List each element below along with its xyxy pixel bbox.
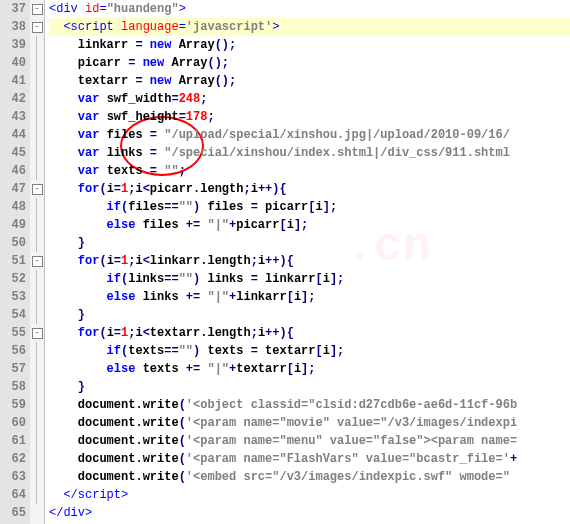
fold-cell [30, 234, 44, 252]
code-editor: 3738394041424344454647484950515253545556… [0, 0, 570, 524]
fold-cell[interactable]: - [30, 0, 44, 18]
code-line[interactable]: document.write('<param name="FlashVars" … [49, 450, 570, 468]
code-line[interactable]: } [49, 234, 570, 252]
line-number: 45 [0, 144, 26, 162]
line-number: 46 [0, 162, 26, 180]
fold-minus-icon[interactable]: - [32, 184, 43, 195]
fold-cell [30, 432, 44, 450]
line-number: 57 [0, 360, 26, 378]
code-line[interactable]: linkarr = new Array(); [49, 36, 570, 54]
line-number: 47 [0, 180, 26, 198]
fold-cell [30, 54, 44, 72]
line-number: 38 [0, 18, 26, 36]
line-number: 64 [0, 486, 26, 504]
code-line[interactable]: document.write('<embed src="/v3/images/i… [49, 468, 570, 486]
line-number: 37 [0, 0, 26, 18]
fold-cell [30, 486, 44, 504]
fold-minus-icon[interactable]: - [32, 256, 43, 267]
code-line[interactable]: picarr = new Array(); [49, 54, 570, 72]
line-number: 53 [0, 288, 26, 306]
fold-cell [30, 36, 44, 54]
code-line[interactable]: else files += "|"+picarr[i]; [49, 216, 570, 234]
fold-cell [30, 450, 44, 468]
code-line[interactable]: var files = "/upload/special/xinshou.jpg… [49, 126, 570, 144]
code-line[interactable]: if(files=="") files = picarr[i]; [49, 198, 570, 216]
fold-cell [30, 270, 44, 288]
fold-cell [30, 198, 44, 216]
line-number: 55 [0, 324, 26, 342]
fold-minus-icon[interactable]: - [32, 328, 43, 339]
fold-cell[interactable]: - [30, 252, 44, 270]
code-line[interactable]: var texts = ""; [49, 162, 570, 180]
fold-cell [30, 108, 44, 126]
code-line[interactable]: } [49, 378, 570, 396]
line-number: 54 [0, 306, 26, 324]
code-line[interactable]: var links = "/special/xinshou/index.shtm… [49, 144, 570, 162]
line-number: 65 [0, 504, 26, 522]
fold-column: ----- [30, 0, 45, 524]
line-number: 43 [0, 108, 26, 126]
line-number-gutter: 3738394041424344454647484950515253545556… [0, 0, 30, 524]
fold-cell [30, 90, 44, 108]
code-line[interactable]: var swf_height=178; [49, 108, 570, 126]
fold-cell [30, 378, 44, 396]
fold-cell [30, 504, 44, 522]
line-number: 40 [0, 54, 26, 72]
code-line[interactable]: else links += "|"+linkarr[i]; [49, 288, 570, 306]
line-number: 52 [0, 270, 26, 288]
line-number: 62 [0, 450, 26, 468]
code-line[interactable]: for(i=1;i<textarr.length;i++){ [49, 324, 570, 342]
line-number: 63 [0, 468, 26, 486]
line-number: 56 [0, 342, 26, 360]
code-line[interactable]: var swf_width=248; [49, 90, 570, 108]
fold-cell [30, 288, 44, 306]
fold-cell[interactable]: - [30, 18, 44, 36]
fold-cell [30, 360, 44, 378]
fold-cell [30, 126, 44, 144]
code-line[interactable]: </script> [49, 486, 570, 504]
code-line[interactable]: document.write('<param name="menu" value… [49, 432, 570, 450]
code-line[interactable]: textarr = new Array(); [49, 72, 570, 90]
line-number: 42 [0, 90, 26, 108]
fold-cell [30, 468, 44, 486]
fold-minus-icon[interactable]: - [32, 4, 43, 15]
code-line[interactable]: document.write('<param name="movie" valu… [49, 414, 570, 432]
fold-cell [30, 414, 44, 432]
code-line[interactable]: for(i=1;i<picarr.length;i++){ [49, 180, 570, 198]
code-line[interactable]: document.write('<object classid="clsid:d… [49, 396, 570, 414]
code-line[interactable]: </div> [49, 504, 570, 522]
line-number: 51 [0, 252, 26, 270]
fold-cell[interactable]: - [30, 324, 44, 342]
line-number: 41 [0, 72, 26, 90]
line-number: 58 [0, 378, 26, 396]
code-line[interactable]: else texts += "|"+textarr[i]; [49, 360, 570, 378]
fold-cell[interactable]: - [30, 180, 44, 198]
fold-cell [30, 216, 44, 234]
fold-cell [30, 162, 44, 180]
line-number: 61 [0, 432, 26, 450]
code-area[interactable]: .cn <div id="huandeng"> <script language… [45, 0, 570, 524]
line-number: 44 [0, 126, 26, 144]
code-line[interactable]: if(texts=="") texts = textarr[i]; [49, 342, 570, 360]
fold-minus-icon[interactable]: - [32, 22, 43, 33]
line-number: 50 [0, 234, 26, 252]
line-number: 39 [0, 36, 26, 54]
fold-cell [30, 72, 44, 90]
line-number: 49 [0, 216, 26, 234]
code-line[interactable]: <div id="huandeng"> [49, 0, 570, 18]
line-number: 48 [0, 198, 26, 216]
fold-cell [30, 342, 44, 360]
fold-cell [30, 396, 44, 414]
fold-cell [30, 306, 44, 324]
code-line[interactable]: for(i=1;i<linkarr.length;i++){ [49, 252, 570, 270]
line-number: 60 [0, 414, 26, 432]
code-line[interactable]: if(links=="") links = linkarr[i]; [49, 270, 570, 288]
code-line[interactable]: <script language='javascript'> [49, 18, 570, 36]
code-line[interactable]: } [49, 306, 570, 324]
line-number: 59 [0, 396, 26, 414]
fold-cell [30, 144, 44, 162]
